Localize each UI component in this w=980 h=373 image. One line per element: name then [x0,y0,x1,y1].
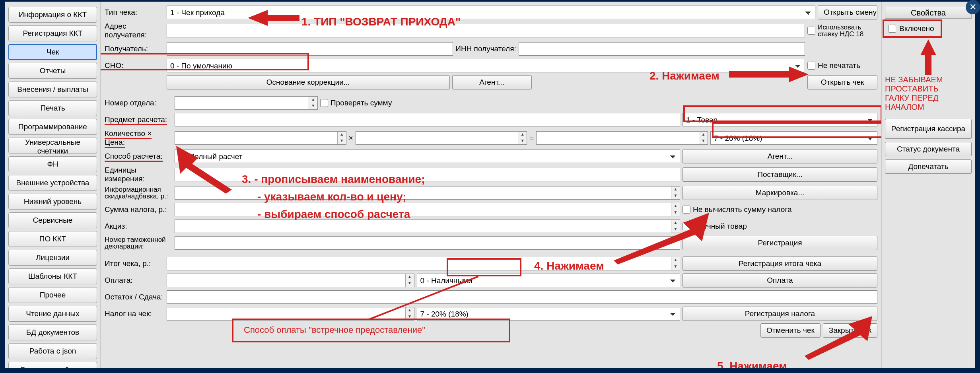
label-tax-sum: Сумма налога, р.: [105,205,172,214]
sidebar-item-7[interactable]: Универсальные счетчики [8,138,97,153]
result-input[interactable] [536,131,708,145]
agent-button-mid[interactable]: Агент... [682,149,877,163]
recipient-input[interactable] [167,42,453,56]
spinner-icon[interactable]: ▲▼ [671,186,680,199]
sidebar-item-8[interactable]: ФН [8,156,97,172]
reprint-button[interactable]: Допечатать [885,159,972,174]
arrow-enable [916,39,940,75]
enable-checkbox[interactable] [888,25,896,33]
spinner-icon[interactable]: ▲▼ [405,307,414,320]
sidebar-item-16[interactable]: Чтение данных [8,306,97,322]
enable-label: Включено [899,24,934,33]
label-recipient: Получатель: [105,45,164,53]
label-info-discount: Информационная скидка/надбавка, р.: [105,186,172,200]
excise-input[interactable] [175,220,680,233]
subject-input[interactable] [175,113,680,126]
piece-goods-checkbox[interactable] [682,222,690,230]
reg-tax-button[interactable]: Регистрация налога [682,307,877,321]
sidebar-item-4[interactable]: Внесения / выплаты [8,82,97,97]
no-print-checkbox[interactable] [807,62,815,70]
anno-reminder-2: ПРОСТАВИТЬ [885,84,972,93]
label-recipient-inn: ИНН получателя: [455,45,516,53]
supplier-button[interactable]: Поставщик... [682,167,877,182]
reg-total-button[interactable]: Регистрация итога чека [682,256,877,271]
close-icon[interactable]: ✕ [966,0,980,14]
doc-status-button[interactable]: Статус документа [885,142,972,156]
sidebar-item-3[interactable]: Отчеты [8,63,97,79]
open-shift-button[interactable]: Открыть смену [818,5,877,19]
label-dont-calc-tax: Не вычислять сумму налога [693,205,877,214]
sidebar-item-2[interactable]: Чек [8,44,97,60]
spinner-icon[interactable]: ▲▼ [699,132,708,144]
spinner-icon[interactable]: ▲▼ [671,257,680,270]
sidebar-item-1[interactable]: Регистрация ККТ [8,25,97,41]
sidebar-item-14[interactable]: Шаблоны ККТ [8,268,97,284]
close-check-button[interactable]: Закрыть чек [823,323,877,338]
correction-basis-button[interactable]: Основание коррекции... [167,75,450,89]
recipient-inn-input[interactable] [519,42,805,56]
sidebar-item-9[interactable]: Внешние устройства [8,175,97,191]
payment-input[interactable] [167,274,414,287]
vat-rate-select[interactable]: 7 - 20% (18%) [710,131,877,145]
label-dept-no: Номер отдела: [105,99,172,107]
spinner-icon[interactable]: ▲▼ [671,220,680,233]
customs-decl-input[interactable] [175,236,680,250]
sidebar-item-6[interactable]: Программирование [8,119,97,135]
sidebar-item-10[interactable]: Нижний уровень [8,194,97,210]
arrow-5 [805,316,872,360]
recipient-addr-input[interactable] [167,24,805,37]
sidebar-item-17[interactable]: БД документов [8,324,97,340]
sidebar-item-15[interactable]: Прочее [8,287,97,303]
spinner-icon[interactable]: ▲▼ [518,132,527,144]
sidebar: Информация о ККТРегистрация ККТЧекОтчеты… [5,2,101,368]
label-remainder: Остаток / Сдача: [105,293,164,301]
sidebar-item-11[interactable]: Сервисные [8,212,97,228]
sidebar-item-5[interactable]: Печать [8,100,97,116]
cashier-reg-button[interactable]: Регистрация кассира [885,119,972,139]
registration-button[interactable]: Регистрация [682,236,877,250]
spinner-icon[interactable]: ▲▼ [309,97,317,109]
tax-sum-input[interactable] [175,203,680,216]
calc-method-select[interactable]: 4 - Полный расчет [175,150,680,163]
qty-input[interactable] [175,131,346,145]
main-panel: Тип чека: 1 - Чек прихода Открыть смену … [101,2,881,368]
label-excise: Акциз: [105,222,172,231]
spinner-icon[interactable]: ▲▼ [671,203,680,216]
use-vat18-checkbox[interactable] [807,27,815,35]
check-tax-input[interactable] [167,307,414,321]
check-type-select[interactable]: 1 - Чек прихода [167,6,815,19]
label-sno: СНО: [105,61,164,70]
spinner-icon[interactable]: ▲▼ [405,274,414,287]
marking-button[interactable]: Маркировка... [682,186,877,200]
sidebar-item-12[interactable]: ПО ККТ [8,231,97,247]
dept-no-input[interactable] [175,96,318,110]
check-tax-rate-select[interactable]: 7 - 20% (18%) [417,307,681,321]
open-check-button[interactable]: Открыть чек [807,75,877,89]
info-discount-input[interactable] [175,186,680,200]
price-input[interactable] [356,131,527,145]
check-sum-checkbox[interactable] [320,99,328,107]
sidebar-item-19[interactable]: Скрипты драйвера [8,362,97,368]
check-total-input[interactable] [167,257,680,270]
sidebar-item-13[interactable]: Лицензии [8,250,97,266]
payment-type-select[interactable]: 0 - Наличными [417,274,681,287]
dont-calc-tax-checkbox[interactable] [682,206,690,214]
label-use-vat18: Использовать ставку НДС 18 [818,24,877,37]
label-check-type: Тип чека: [105,8,164,17]
label-customs-decl: Номер таможенной декларации: [105,236,172,250]
anno-reminder-3: ГАЛКУ ПЕРЕД [885,93,972,103]
unit-input[interactable] [175,168,680,181]
sno-select[interactable]: 0 - По умолчанию [167,59,805,72]
cancel-check-button[interactable]: Отменить чек [760,323,821,338]
agent-button-top[interactable]: Агент... [452,75,532,89]
pay-button[interactable]: Оплата [682,273,877,288]
sidebar-item-0[interactable]: Информация о ККТ [8,7,97,23]
label-check-sum: Проверять сумму [331,99,392,107]
spinner-icon[interactable]: ▲▼ [337,132,346,144]
commodity-type-select[interactable]: 1 - Товар [682,113,877,126]
remainder-input[interactable] [167,290,877,304]
label-no-print: Не печатать [818,61,877,70]
label-calc-method: Способ расчета: [105,152,172,161]
sidebar-item-18[interactable]: Работа с json [8,343,97,359]
label-payment: Оплата: [105,276,164,285]
